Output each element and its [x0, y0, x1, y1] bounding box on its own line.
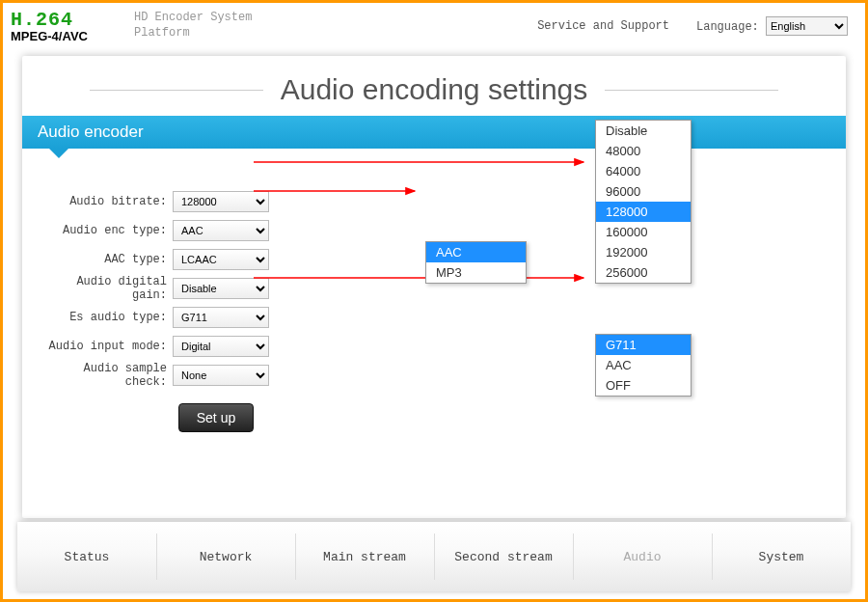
- form-area: Audio bitrate: 128000 Audio enc type: AA…: [22, 149, 846, 432]
- title-line-right: [605, 90, 778, 91]
- service-link[interactable]: Service and Support: [537, 19, 669, 33]
- select-es-audio-type[interactable]: G711: [173, 307, 269, 328]
- content-panel: Audio encoding settings Audio encoder Au…: [22, 56, 846, 518]
- title-line-left: [90, 90, 263, 91]
- section-header: Audio encoder: [22, 116, 846, 149]
- dropdown-option[interactable]: AAC: [596, 355, 691, 375]
- label-aac-type: AAC type:: [45, 253, 173, 266]
- dropdown-option[interactable]: 128000: [596, 202, 691, 222]
- label-audio-enc-type: Audio enc type:: [45, 224, 173, 237]
- dropdown-option[interactable]: AAC: [426, 242, 526, 262]
- dropdown-option[interactable]: 192000: [596, 242, 691, 262]
- dropdown-option[interactable]: G711: [596, 335, 691, 355]
- page-title-row: Audio encoding settings: [22, 56, 846, 116]
- dropdown-enc-options[interactable]: AACMP3: [425, 241, 527, 284]
- tab-status[interactable]: Status: [17, 522, 156, 591]
- label-audio-bitrate: Audio bitrate:: [45, 195, 173, 208]
- dropdown-option[interactable]: 64000: [596, 161, 691, 181]
- select-audio-enc-type[interactable]: AAC: [173, 220, 269, 241]
- logo-line1: H.264: [11, 11, 117, 30]
- top-bar: H.264 MPEG-4/AVC HD Encoder System Platf…: [3, 3, 865, 49]
- select-audio-sample-check[interactable]: None: [173, 365, 269, 386]
- language-select[interactable]: English: [766, 16, 848, 36]
- nav-tabs: StatusNetworkMain streamSecond streamAud…: [17, 522, 851, 591]
- dropdown-option[interactable]: Disable: [596, 121, 691, 141]
- arrow-bitrate-icon: [254, 154, 591, 170]
- language-area: Language: English: [696, 16, 848, 36]
- page-title: Audio encoding settings: [263, 73, 606, 106]
- dropdown-option[interactable]: MP3: [426, 262, 526, 283]
- label-audio-digital-gain: Audio digital gain:: [45, 275, 173, 302]
- setup-button[interactable]: Set up: [178, 403, 254, 432]
- language-label: Language:: [696, 20, 759, 34]
- select-audio-digital-gain[interactable]: Disable: [173, 278, 269, 299]
- select-audio-input-mode[interactable]: Digital: [173, 336, 269, 357]
- label-es-audio-type: Es audio type:: [45, 311, 173, 324]
- dropdown-option[interactable]: 48000: [596, 141, 691, 161]
- tab-audio[interactable]: Audio: [573, 522, 712, 591]
- dropdown-es-options[interactable]: G711AACOFF: [595, 334, 692, 397]
- logo: H.264 MPEG-4/AVC: [11, 11, 117, 42]
- label-audio-input-mode: Audio input mode:: [45, 340, 173, 353]
- label-audio-sample-check: Audio sample check:: [45, 362, 173, 389]
- top-right: Service and Support Language: English: [537, 16, 848, 36]
- tab-second-stream[interactable]: Second stream: [434, 522, 573, 591]
- dropdown-option[interactable]: 160000: [596, 222, 691, 242]
- tab-system[interactable]: System: [712, 522, 851, 591]
- dropdown-option[interactable]: OFF: [596, 375, 691, 396]
- tab-main-stream[interactable]: Main stream: [295, 522, 434, 591]
- platform-label: HD Encoder System Platform: [134, 11, 252, 41]
- select-aac-type[interactable]: LCAAC: [173, 249, 269, 270]
- select-audio-bitrate[interactable]: 128000: [173, 191, 269, 212]
- dropdown-bitrate-options[interactable]: Disable480006400096000128000160000192000…: [595, 120, 692, 284]
- tab-network[interactable]: Network: [156, 522, 295, 591]
- dropdown-option[interactable]: 96000: [596, 181, 691, 202]
- dropdown-option[interactable]: 256000: [596, 262, 691, 283]
- logo-line2: MPEG-4/AVC: [11, 30, 117, 42]
